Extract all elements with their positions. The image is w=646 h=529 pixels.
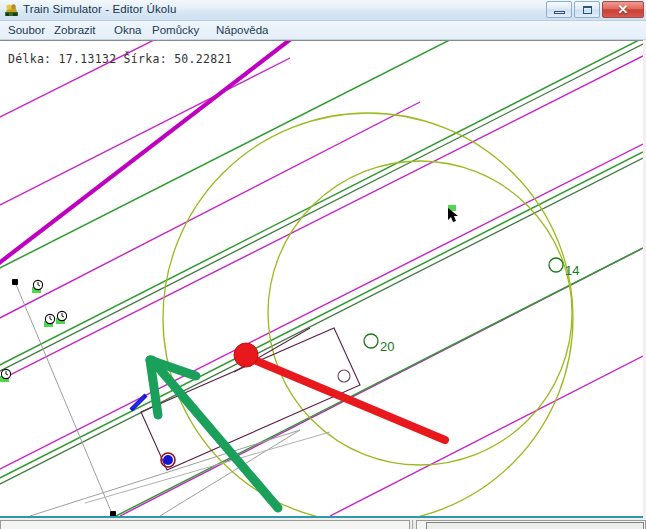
green-annotation-arrow	[150, 360, 278, 508]
track-node-markers[interactable]	[364, 258, 563, 348]
mouse-cursor-icon	[448, 205, 458, 222]
track-label-14: 14	[565, 263, 579, 278]
menu-item-soubor[interactable]: Soubor	[6, 23, 47, 38]
map-vector-layer	[0, 40, 643, 516]
green-track-lines	[0, 40, 643, 516]
window-controls: ✕	[546, 1, 644, 18]
menu-item-zobrazit[interactable]: Zobrazit	[52, 23, 98, 38]
title-bar: Train Simulator - Editor Úkolu ✕	[0, 0, 646, 21]
menu-item-napoveda[interactable]: Nápověda	[214, 23, 270, 38]
menu-item-pomucky[interactable]: Pomůcky	[150, 23, 201, 38]
track-node-markers-dim[interactable]	[338, 370, 350, 382]
green-track-lines-dark	[0, 44, 643, 489]
status-bar	[0, 518, 646, 529]
minimize-icon	[554, 11, 565, 14]
gray-guide-line-lower	[85, 432, 330, 503]
close-button[interactable]: ✕	[602, 1, 644, 18]
window-title: Train Simulator - Editor Úkolu	[23, 3, 176, 15]
minimize-button[interactable]	[546, 1, 572, 18]
status-bar-divider	[412, 520, 413, 529]
train-app-icon	[4, 3, 19, 18]
map-canvas[interactable]: Délka: 17.13132 Šírka: 50.22821	[0, 40, 646, 518]
close-icon: ✕	[603, 1, 643, 16]
maximize-button[interactable]	[574, 1, 600, 18]
menu-item-okna[interactable]: Okna	[112, 23, 144, 38]
magenta-track-lines	[0, 40, 643, 516]
coordinate-readout: Délka: 17.13132 Šírka: 50.22821	[8, 52, 232, 66]
red-annotation-line	[252, 359, 445, 440]
status-panel-inner	[426, 522, 644, 529]
signal-markers[interactable]	[0, 280, 67, 382]
maximize-icon	[583, 6, 592, 14]
menu-bar: Soubor Zobrazit Okna Pomůcky Nápověda	[0, 21, 646, 40]
application-window: Train Simulator - Editor Úkolu ✕ Soubor …	[0, 0, 646, 529]
status-panel-left	[0, 520, 410, 529]
track-label-20: 20	[380, 339, 394, 354]
blue-node-marker[interactable]	[161, 453, 175, 467]
